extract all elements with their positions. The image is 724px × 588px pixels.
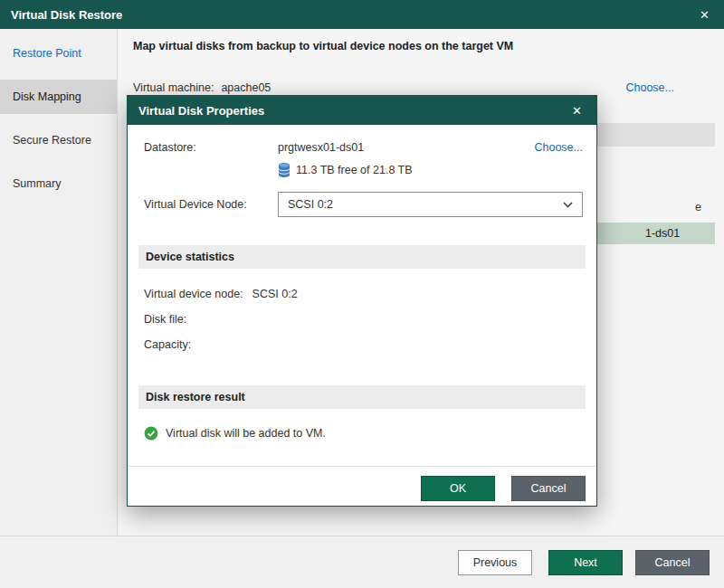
previous-button[interactable]: Previous bbox=[458, 550, 532, 575]
chevron-down-icon bbox=[563, 202, 573, 208]
datastore-row: Datastore: prgtwesx01-ds01 Choose... bbox=[144, 141, 583, 157]
dialog-close-icon[interactable]: ✕ bbox=[568, 103, 586, 119]
vm-name: apache05 bbox=[221, 81, 271, 94]
sidebar-item-secure-restore[interactable]: Secure Restore bbox=[0, 123, 117, 157]
datastore-value: prgtwesx01-ds01 bbox=[278, 141, 364, 154]
device-node-row: Virtual Device Node: SCSI 0:2 bbox=[144, 192, 583, 217]
virtual-disk-restore-window: Virtual Disk Restore ✕ Restore Point Dis… bbox=[0, 0, 724, 588]
dialog-titlebar: Virtual Disk Properties ✕ bbox=[128, 96, 596, 125]
free-space-row: 11.3 TB free of 21.8 TB bbox=[278, 163, 413, 177]
cancel-button[interactable]: Cancel bbox=[635, 550, 710, 575]
dialog-title: Virtual Disk Properties bbox=[138, 104, 568, 118]
sidebar-item-restore-point[interactable]: Restore Point bbox=[0, 36, 117, 71]
sidebar-item-disk-mapping[interactable]: Disk Mapping bbox=[0, 80, 117, 114]
restore-result-text: Virtual disk will be added to VM. bbox=[166, 427, 326, 440]
stat-value: SCSI 0:2 bbox=[252, 288, 298, 300]
vm-choose-link[interactable]: Choose... bbox=[625, 81, 674, 94]
stat-row-device-node: Virtual device node:SCSI 0:2 bbox=[144, 281, 583, 307]
vm-row: Virtual machine:apache05 bbox=[133, 81, 271, 94]
device-node-value: SCSI 0:2 bbox=[288, 198, 563, 211]
table-header-fragment: e bbox=[695, 201, 701, 213]
stat-row-disk-file: Disk file: bbox=[144, 307, 583, 332]
page-title: Map virtual disks from backup to virtual… bbox=[133, 40, 710, 52]
dialog-cancel-button[interactable]: Cancel bbox=[511, 476, 586, 501]
ok-button[interactable]: OK bbox=[421, 476, 495, 501]
datastore-label: Datastore: bbox=[144, 141, 196, 154]
table-cell-fragment: 1-ds01 bbox=[645, 223, 680, 244]
stat-label: Virtual device node: bbox=[144, 288, 243, 300]
device-statistics-header: Device statistics bbox=[138, 245, 586, 269]
stat-row-capacity: Capacity: bbox=[144, 332, 583, 357]
window-title: Virtual Disk Restore bbox=[11, 8, 696, 22]
disk-restore-result-header: Disk restore result bbox=[138, 385, 586, 409]
datastore-choose-link[interactable]: Choose... bbox=[534, 141, 583, 154]
wizard-steps-sidebar: Restore Point Disk Mapping Secure Restor… bbox=[0, 29, 118, 536]
stat-label: Disk file: bbox=[144, 313, 186, 326]
virtual-disk-properties-dialog: Virtual Disk Properties ✕ Datastore: prg… bbox=[127, 95, 597, 507]
success-check-icon bbox=[144, 426, 158, 441]
dialog-separator bbox=[128, 466, 596, 467]
footer: Previous Next Cancel bbox=[0, 536, 724, 588]
datastore-icon bbox=[278, 163, 291, 177]
device-node-label: Virtual Device Node: bbox=[144, 198, 247, 211]
next-button[interactable]: Next bbox=[548, 550, 623, 575]
stat-label: Capacity: bbox=[144, 338, 191, 351]
vm-label: Virtual machine: bbox=[133, 81, 214, 94]
sidebar-item-summary[interactable]: Summary bbox=[0, 166, 117, 201]
restore-result-row: Virtual disk will be added to VM. bbox=[144, 426, 326, 441]
device-node-select[interactable]: SCSI 0:2 bbox=[278, 192, 583, 217]
window-close-icon[interactable]: ✕ bbox=[696, 7, 713, 23]
device-statistics: Virtual device node:SCSI 0:2 Disk file: … bbox=[144, 281, 583, 357]
free-space-text: 11.3 TB free of 21.8 TB bbox=[296, 164, 413, 176]
window-titlebar: Virtual Disk Restore ✕ bbox=[0, 0, 724, 29]
